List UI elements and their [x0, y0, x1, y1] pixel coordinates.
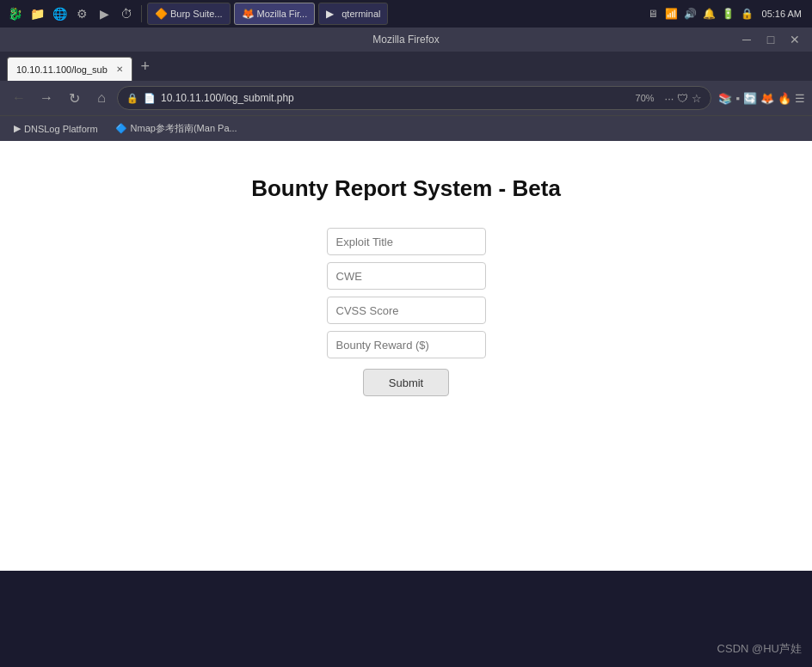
- page-content: Bounty Report System - Beta Submit: [0, 141, 812, 571]
- browser-title-bar: Mozilla Firefox ─ □ ✕: [0, 28, 812, 52]
- settings-icon[interactable]: ⚙: [72, 4, 91, 23]
- taskbar-app-firefox-label: Mozilla Fir...: [257, 9, 308, 19]
- back-button[interactable]: ←: [7, 86, 31, 110]
- address-text: 10.10.11.100/log_submit.php: [161, 92, 625, 104]
- bookmark-nmap[interactable]: 🔷 Nmap参考指南(Man Pa...: [108, 120, 244, 137]
- firefox-icon: 🦊: [242, 8, 254, 20]
- browser-icon[interactable]: 🌐: [50, 4, 69, 23]
- nav-extra: 📚 ▪ 🔄 🦊 🔥 ☰: [718, 92, 805, 105]
- home-button[interactable]: ⌂: [89, 86, 114, 110]
- tab-bar: 10.10.11.100/log_sub ✕ +: [0, 52, 812, 81]
- divider-1: [141, 5, 142, 22]
- more-options-icon[interactable]: ···: [665, 92, 674, 105]
- bookmark-dnslog[interactable]: ▶ DNSLog Platform: [7, 121, 105, 136]
- clock-time: 05:16 AM: [762, 9, 802, 19]
- forward-button[interactable]: →: [34, 86, 58, 110]
- page-title: Bounty Report System - Beta: [251, 175, 561, 202]
- browser-window: Mozilla Firefox ─ □ ✕ 10.10.11.100/log_s…: [0, 28, 812, 571]
- firefox-logo-icon[interactable]: 🦊: [760, 92, 774, 105]
- bell-tray-icon: 🔔: [702, 8, 717, 20]
- dnslog-bookmark-icon: ▶: [14, 123, 21, 134]
- timer-icon[interactable]: ⏱: [117, 4, 136, 23]
- system-clock: 🖥 📶 🔊 🔔 🔋 🔒 05:16 AM: [640, 8, 807, 20]
- active-tab[interactable]: 10.10.11.100/log_sub ✕: [7, 57, 132, 81]
- tab-panel-icon[interactable]: ▪: [735, 92, 740, 105]
- exploit-title-input[interactable]: [327, 228, 486, 255]
- close-button[interactable]: ✕: [784, 31, 805, 48]
- bounty-reward-input[interactable]: [327, 331, 486, 358]
- monitor-tray-icon: 🖥: [645, 8, 661, 20]
- address-bar-actions: ··· 🛡 ☆: [665, 92, 703, 105]
- start-icon[interactable]: 🐉: [5, 4, 24, 23]
- taskbar-app-burp[interactable]: 🔶 Burp Suite...: [147, 3, 231, 25]
- submit-button[interactable]: Submit: [363, 369, 449, 396]
- library-icon[interactable]: 📚: [718, 92, 732, 105]
- address-bar[interactable]: 🔒 📄 10.10.11.100/log_submit.php 70% ··· …: [117, 86, 711, 110]
- flame-icon[interactable]: 🔥: [778, 92, 791, 105]
- tab-close-button[interactable]: ✕: [116, 64, 123, 74]
- cvss-score-input[interactable]: [327, 297, 486, 324]
- taskbar-app-terminal[interactable]: ▶ qterminal: [318, 3, 388, 25]
- battery-tray-icon: 🔋: [721, 8, 736, 20]
- page-icon: 📄: [144, 93, 156, 104]
- sync-icon[interactable]: 🔄: [743, 92, 757, 105]
- taskbar-app-terminal-label: qterminal: [341, 9, 380, 19]
- watermark: CSDN @HU芦娃: [717, 641, 802, 657]
- terminal-icon[interactable]: ▶: [95, 4, 114, 23]
- bookmarks-bar: ▶ DNSLog Platform 🔷 Nmap参考指南(Man Pa...: [0, 115, 812, 141]
- taskbar-apps: 🔶 Burp Suite... 🦊 Mozilla Fir... ▶ qterm…: [147, 3, 637, 25]
- hamburger-menu-icon[interactable]: ☰: [795, 92, 805, 105]
- tab-label: 10.10.11.100/log_sub: [16, 64, 108, 75]
- browser-title-text: Mozilla Firefox: [372, 34, 439, 46]
- window-controls: ─ □ ✕: [736, 31, 805, 48]
- burp-icon: 🔶: [155, 8, 167, 20]
- bookmark-nmap-label: Nmap参考指南(Man Pa...: [131, 122, 237, 135]
- zoom-level: 70%: [631, 93, 660, 103]
- minimize-button[interactable]: ─: [736, 31, 757, 48]
- bounty-form: Submit: [277, 228, 535, 396]
- system-tray: 🖥 📶 🔊 🔔 🔋 🔒: [645, 8, 755, 20]
- reload-button[interactable]: ↻: [62, 86, 86, 110]
- new-tab-button[interactable]: +: [134, 55, 157, 77]
- security-icon: 🔒: [126, 93, 138, 104]
- bookmark-star-icon[interactable]: ☆: [692, 92, 702, 105]
- maximize-button[interactable]: □: [760, 31, 781, 48]
- nmap-bookmark-icon: 🔷: [115, 123, 127, 134]
- bookmark-dnslog-label: DNSLog Platform: [24, 124, 98, 134]
- cwe-input[interactable]: [327, 262, 486, 290]
- taskbar: 🐉 📁 🌐 ⚙ ▶ ⏱ 🔶 Burp Suite... 🦊 Mozilla Fi…: [0, 0, 812, 28]
- lock-tray-icon: 🔒: [740, 8, 755, 20]
- taskbar-app-firefox[interactable]: 🦊 Mozilla Fir...: [234, 3, 316, 25]
- network-tray-icon: 📶: [664, 8, 680, 20]
- audio-tray-icon: 🔊: [683, 8, 698, 20]
- taskbar-app-burp-label: Burp Suite...: [170, 9, 223, 19]
- shield-icon[interactable]: 🛡: [677, 92, 688, 105]
- files-icon[interactable]: 📁: [28, 4, 46, 23]
- navigation-bar: ← → ↻ ⌂ 🔒 📄 10.10.11.100/log_submit.php …: [0, 81, 812, 115]
- terminal-app-icon: ▶: [326, 8, 338, 20]
